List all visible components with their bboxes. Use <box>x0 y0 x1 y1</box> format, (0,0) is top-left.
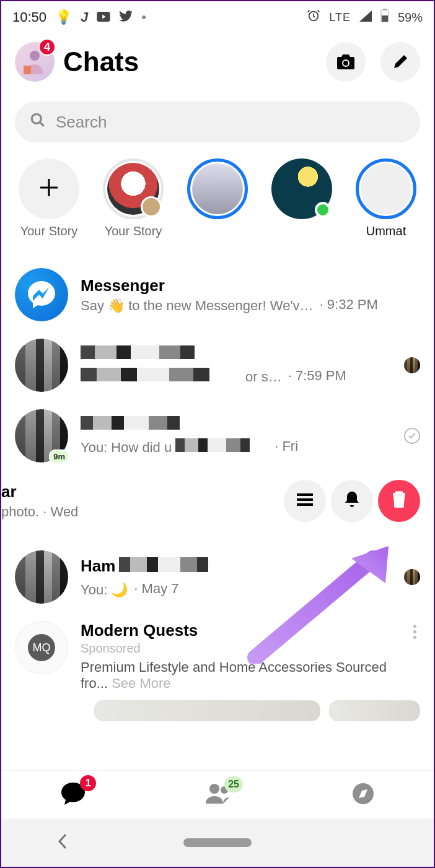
plus-icon <box>38 176 60 201</box>
svg-point-9 <box>32 114 41 123</box>
status-time: 10:50 <box>12 9 46 25</box>
profile-avatar[interactable]: 4 <box>15 42 55 82</box>
story-label: Your Story <box>105 224 162 238</box>
sponsored-card[interactable] <box>94 700 320 721</box>
chat-row-swiped[interactable]: ar photo. · Wed <box>1 471 434 542</box>
stories-row[interactable]: Your Story Your Story Ummat <box>1 142 434 245</box>
sponsored-name: Modern Quests <box>81 621 397 640</box>
status-bar: 10:50 💡 J • LTE 59% <box>1 1 434 31</box>
read-receipt-avatar <box>404 569 420 585</box>
search-icon <box>30 112 46 132</box>
more-dot-icon: • <box>141 9 146 25</box>
see-more-link[interactable]: See More <box>112 675 170 691</box>
chat-row[interactable]: 9m You: How did u · Fri <box>1 401 434 471</box>
nav-discover[interactable] <box>351 782 375 808</box>
system-nav-bar <box>1 818 434 867</box>
chat-time: · Wed <box>43 504 78 519</box>
chats-header: 4 Chats <box>1 31 434 88</box>
search-placeholder: Search <box>56 113 107 132</box>
search-input[interactable]: Search <box>15 102 420 142</box>
add-story-button[interactable]: Your Story <box>15 158 83 238</box>
read-receipt-avatar <box>404 357 420 373</box>
chat-preview-suffix: or s… <box>245 369 282 385</box>
story-mini-avatar <box>141 196 162 217</box>
story-item[interactable]: Ummat <box>352 158 420 238</box>
online-indicator <box>315 202 331 218</box>
sponsored-tag: Sponsored <box>81 641 397 656</box>
chat-preview-prefix: You: 🌙 <box>81 582 128 598</box>
chat-avatar <box>15 339 68 392</box>
alarm-icon <box>307 9 320 26</box>
svg-rect-4 <box>382 15 388 22</box>
sent-indicator-icon <box>404 428 420 444</box>
nav-people[interactable]: 25 <box>204 783 233 807</box>
network-label: LTE <box>329 11 351 24</box>
nav-badge: 1 <box>80 775 96 791</box>
chat-row-messenger[interactable]: Messenger Say 👋 to the new Messenger! We… <box>1 259 434 330</box>
chat-time: · 7:59 PM <box>288 368 346 384</box>
j-icon: J <box>81 9 88 25</box>
chat-preview <box>81 368 242 384</box>
compose-button[interactable] <box>380 42 420 82</box>
chat-name: Ham <box>81 557 115 576</box>
svg-point-11 <box>209 784 219 794</box>
chat-name <box>81 345 392 362</box>
svg-point-8 <box>343 61 348 66</box>
camera-button[interactable] <box>326 42 366 82</box>
home-pill[interactable] <box>183 838 252 847</box>
youtube-icon <box>97 9 110 25</box>
chat-time: · 9:32 PM <box>320 297 378 313</box>
menu-icon <box>296 492 314 510</box>
twitter-icon <box>119 9 133 25</box>
chat-name-redacted <box>119 557 231 575</box>
bottom-nav: 1 25 <box>1 770 434 818</box>
signal-icon <box>359 9 372 25</box>
chat-avatar: 9m <box>15 409 68 462</box>
chat-preview <box>175 438 268 454</box>
nav-badge: 25 <box>224 776 243 792</box>
story-label: Ummat <box>366 224 406 238</box>
svg-point-5 <box>30 51 40 61</box>
svg-rect-6 <box>24 66 31 74</box>
battery-pct: 59% <box>398 11 423 25</box>
active-badge: 9m <box>49 449 69 464</box>
chat-name: Messenger <box>81 276 420 295</box>
chat-time: · Fri <box>275 438 298 454</box>
notification-badge: 4 <box>38 38 56 56</box>
story-item[interactable]: Your Story <box>99 158 167 238</box>
chat-preview-prefix: photo. <box>1 504 39 519</box>
chat-list: Messenger Say 👋 to the new Messenger! We… <box>1 245 434 721</box>
sponsored-description: Premium Lifestyle and Home Accessories S… <box>81 659 397 692</box>
mute-action-button[interactable] <box>331 480 373 522</box>
chat-time: · May 7 <box>134 581 178 597</box>
chat-name-partial: ar <box>1 482 271 501</box>
chat-row[interactable]: Ham You: 🌙 · May 7 <box>1 542 434 612</box>
sponsored-logo: MQ <box>28 634 55 661</box>
more-options-button[interactable] <box>410 621 420 692</box>
menu-action-button[interactable] <box>284 480 326 522</box>
bulb-icon: 💡 <box>55 9 72 25</box>
chat-avatar <box>15 550 68 604</box>
story-item[interactable] <box>183 158 252 238</box>
chat-preview-prefix: You: How did u <box>81 440 172 456</box>
story-label: Your Story <box>20 224 78 238</box>
story-item[interactable] <box>268 158 336 238</box>
chat-preview: Say 👋 to the new Messenger! We'v… <box>81 298 314 314</box>
page-title: Chats <box>63 46 311 77</box>
sponsored-cards[interactable] <box>1 692 434 721</box>
back-icon[interactable] <box>57 833 68 853</box>
bell-icon <box>344 490 360 511</box>
compass-icon <box>351 782 375 808</box>
sponsored-avatar: MQ <box>15 621 68 674</box>
sponsored-row[interactable]: MQ Modern Quests Sponsored Premium Lifes… <box>1 612 434 692</box>
chat-name <box>81 416 392 432</box>
battery-icon <box>380 9 389 26</box>
messenger-icon <box>15 268 68 321</box>
nav-chats[interactable]: 1 <box>60 781 86 809</box>
chat-row[interactable]: or s… · 7:59 PM <box>1 330 434 401</box>
sponsored-card[interactable] <box>329 700 420 721</box>
delete-action-button[interactable] <box>378 480 420 522</box>
svg-rect-10 <box>394 495 404 508</box>
trash-icon <box>391 490 407 511</box>
